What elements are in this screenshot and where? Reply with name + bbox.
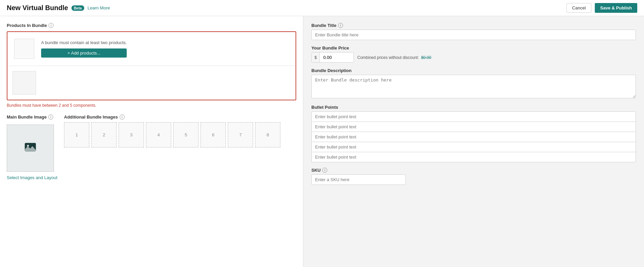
bundle-price-label: Your Bundle Price bbox=[311, 45, 636, 51]
bundle-title-label: Bundle Title i bbox=[311, 23, 636, 28]
additional-image-slot-2[interactable]: 2 bbox=[91, 122, 117, 147]
products-section-label: Products In Bundle i bbox=[7, 23, 296, 28]
images-row: Main Bundle Image i bbox=[7, 114, 296, 172]
empty-product-thumbnail bbox=[14, 39, 34, 59]
products-info-icon: i bbox=[49, 23, 54, 28]
bundle-title-input[interactable] bbox=[311, 30, 636, 40]
additional-image-slot-4[interactable]: 4 bbox=[146, 122, 171, 147]
additional-image-slot-3[interactable]: 3 bbox=[119, 122, 144, 147]
images-section: Main Bundle Image i bbox=[7, 114, 296, 180]
price-input[interactable] bbox=[320, 53, 354, 62]
error-text: Bundles must have between 2 and 5 compon… bbox=[7, 103, 296, 108]
bullet-points-group: Bullet Points bbox=[311, 105, 636, 162]
svg-point-1 bbox=[27, 145, 29, 147]
right-panel: Bundle Title i Your Bundle Price $ Combi… bbox=[303, 16, 644, 267]
additional-images-label: Additional Bundle Images i bbox=[64, 114, 296, 120]
bullet-input-1[interactable] bbox=[311, 111, 636, 122]
bullet-input-4[interactable] bbox=[311, 142, 636, 152]
header-left: New Virtual Bundle Beta Learn More bbox=[7, 4, 110, 12]
additional-image-slot-8[interactable]: 8 bbox=[255, 122, 280, 147]
price-dollar-symbol: $ bbox=[312, 53, 320, 62]
bundle-title-info-icon: i bbox=[338, 23, 343, 28]
main-image-info-icon: i bbox=[48, 114, 53, 120]
combined-price-text: Combined prices without discount: $0.00 bbox=[357, 55, 431, 60]
sku-label: SKU i bbox=[311, 168, 636, 173]
additional-images-grid: 1 2 3 4 5 6 7 8 bbox=[64, 122, 296, 147]
sku-group: SKU i bbox=[311, 168, 636, 185]
products-bottom bbox=[7, 66, 296, 100]
sku-input[interactable] bbox=[311, 174, 406, 185]
left-panel: Products In Bundle i A bundle must conta… bbox=[0, 16, 303, 267]
learn-more-link[interactable]: Learn More bbox=[88, 5, 110, 10]
main-image-icon bbox=[24, 141, 36, 156]
additional-images-column: Additional Bundle Images i 1 2 3 4 5 6 7… bbox=[64, 114, 296, 147]
save-publish-button[interactable]: Save & Publish bbox=[595, 3, 637, 13]
additional-image-slot-6[interactable]: 6 bbox=[201, 122, 226, 147]
page-title: New Virtual Bundle bbox=[7, 4, 68, 12]
empty-product-slot bbox=[12, 71, 36, 95]
price-prefix-box: $ bbox=[311, 52, 354, 63]
bullet-input-3[interactable] bbox=[311, 132, 636, 142]
products-top: A bundle must contain at least two produ… bbox=[7, 32, 296, 66]
header: New Virtual Bundle Beta Learn More Cance… bbox=[0, 0, 644, 16]
bullet-input-5[interactable] bbox=[311, 152, 636, 162]
combined-price-value: $0.00 bbox=[421, 55, 431, 60]
bullet-input-2[interactable] bbox=[311, 122, 636, 132]
sku-info-icon: i bbox=[322, 168, 327, 173]
bundle-description-group: Bundle Description bbox=[311, 68, 636, 99]
products-top-content: A bundle must contain at least two produ… bbox=[41, 40, 127, 58]
bundle-title-group: Bundle Title i bbox=[311, 23, 636, 40]
additional-images-info-icon: i bbox=[120, 114, 125, 120]
additional-image-slot-5[interactable]: 5 bbox=[173, 122, 198, 147]
main-image-column: Main Bundle Image i bbox=[7, 114, 54, 172]
add-products-button[interactable]: + Add products... bbox=[41, 48, 127, 58]
select-images-link[interactable]: Select Images and Layout bbox=[7, 175, 57, 180]
beta-badge: Beta bbox=[71, 5, 84, 11]
header-right: Cancel Save & Publish bbox=[566, 3, 637, 13]
main-layout: Products In Bundle i A bundle must conta… bbox=[0, 16, 644, 267]
bundle-description-label: Bundle Description bbox=[311, 68, 636, 73]
price-row: $ Combined prices without discount: $0.0… bbox=[311, 52, 636, 63]
bundle-price-group: Your Bundle Price $ Combined prices with… bbox=[311, 45, 636, 63]
cancel-button[interactable]: Cancel bbox=[566, 3, 591, 13]
products-box: A bundle must contain at least two produ… bbox=[7, 31, 296, 100]
bundle-description-input[interactable] bbox=[311, 75, 636, 98]
bullet-points-container bbox=[311, 111, 636, 162]
must-contain-text: A bundle must contain at least two produ… bbox=[41, 40, 127, 45]
main-image-label: Main Bundle Image i bbox=[7, 114, 54, 120]
products-section: Products In Bundle i A bundle must conta… bbox=[7, 23, 296, 108]
additional-image-slot-1[interactable]: 1 bbox=[64, 122, 89, 147]
additional-image-slot-7[interactable]: 7 bbox=[228, 122, 253, 147]
main-image-box[interactable] bbox=[7, 125, 54, 172]
bullet-points-label: Bullet Points bbox=[311, 105, 636, 110]
